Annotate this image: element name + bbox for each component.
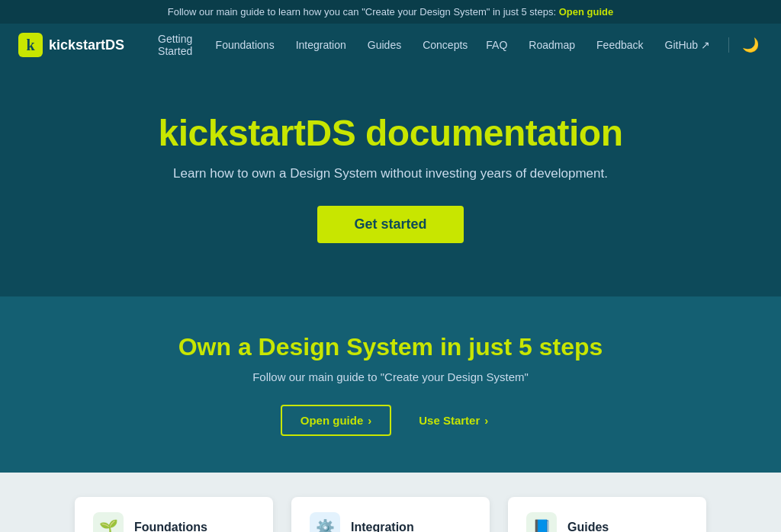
card-integration[interactable]: ⚙️ Integration xyxy=(291,497,490,532)
card-foundations[interactable]: 🌱 Foundations xyxy=(75,497,273,532)
use-starter-button[interactable]: Use Starter › xyxy=(407,405,500,436)
use-starter-label: Use Starter xyxy=(419,414,480,427)
open-guide-arrow: › xyxy=(368,414,371,427)
steps-title: Own a Design System in just 5 steps xyxy=(18,333,763,361)
card-guides[interactable]: 📘 Guides xyxy=(508,497,706,532)
nav-left-items: Getting Started Foundations Integration … xyxy=(149,27,477,63)
guides-icon: 📘 xyxy=(526,512,557,532)
hero-section: kickstartDS documentation Learn how to o… xyxy=(0,66,781,296)
hero-subtitle: Learn how to own a Design System without… xyxy=(18,166,763,181)
nav-item-roadmap[interactable]: Roadmap xyxy=(519,33,584,57)
steps-subtitle: Follow our main guide to "Create your De… xyxy=(18,370,763,383)
foundations-label: Foundations xyxy=(134,521,207,532)
integration-icon: ⚙️ xyxy=(310,512,340,532)
announcement-bar: Follow our main guide to learn how you c… xyxy=(0,0,781,24)
get-started-button[interactable]: Get started xyxy=(317,206,463,243)
nav-item-foundations[interactable]: Foundations xyxy=(207,33,284,57)
guides-label: Guides xyxy=(567,521,609,532)
use-starter-arrow: › xyxy=(484,414,488,427)
nav-item-guides[interactable]: Guides xyxy=(358,33,410,57)
navbar: k kickstartDS Getting Started Foundation… xyxy=(0,24,781,66)
logo-name: kickstartDS xyxy=(49,37,124,53)
integration-label: Integration xyxy=(351,521,414,532)
nav-item-concepts[interactable]: Concepts xyxy=(413,33,477,57)
logo-icon: k xyxy=(18,33,43,57)
announcement-text: Follow our main guide to learn how you c… xyxy=(168,6,556,18)
cards-section: 🌱 Foundations ⚙️ Integration 📘 Guides xyxy=(0,473,781,532)
theme-toggle-button[interactable]: 🌙 xyxy=(738,33,763,57)
nav-divider xyxy=(728,37,729,53)
open-guide-button[interactable]: Open guide › xyxy=(281,405,392,436)
steps-section: Own a Design System in just 5 steps Foll… xyxy=(0,296,781,473)
nav-item-faq[interactable]: FAQ xyxy=(477,33,516,57)
foundations-icon: 🌱 xyxy=(93,512,124,532)
open-guide-label: Open guide xyxy=(301,414,364,427)
nav-right-items: FAQ Roadmap Feedback GitHub ↗ 🌙 xyxy=(477,33,763,57)
steps-buttons: Open guide › Use Starter › xyxy=(18,405,763,436)
nav-item-integration[interactable]: Integration xyxy=(287,33,355,57)
hero-title: kickstartDS documentation xyxy=(18,112,763,154)
nav-item-feedback[interactable]: Feedback xyxy=(587,33,652,57)
nav-logo[interactable]: k kickstartDS xyxy=(18,33,124,57)
nav-item-getting-started[interactable]: Getting Started xyxy=(149,27,204,63)
announcement-link[interactable]: Open guide xyxy=(559,6,614,18)
nav-item-github[interactable]: GitHub ↗ xyxy=(656,33,719,57)
